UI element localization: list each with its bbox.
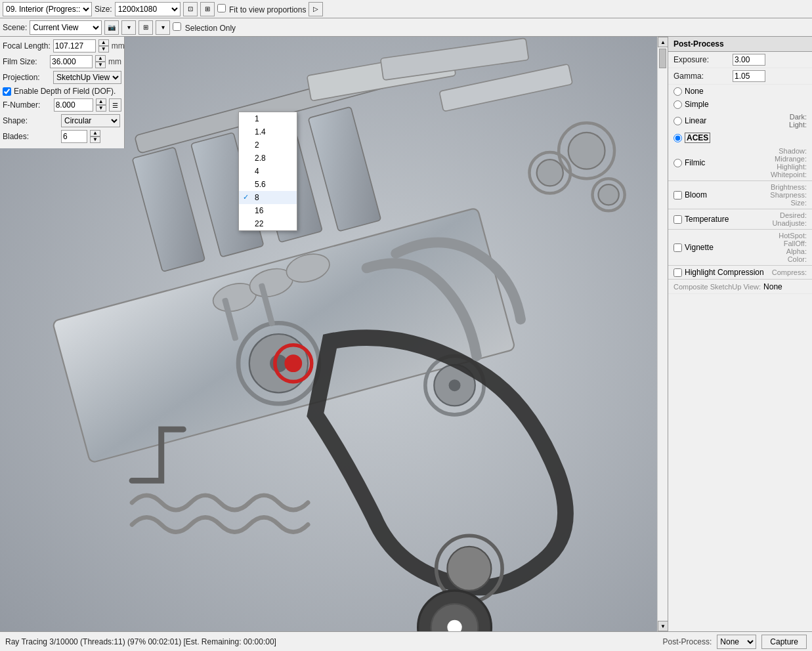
dof-label: Enable Depth of Field (DOF). bbox=[14, 87, 116, 96]
fnumber-option-16[interactable]: 16 bbox=[239, 204, 297, 217]
fnumber-down[interactable]: ▼ bbox=[96, 105, 106, 112]
view-dropdown[interactable]: ▾ bbox=[156, 20, 170, 35]
color-label: Color: bbox=[788, 255, 807, 263]
highlight-compression-label: Highlight Compression bbox=[685, 268, 764, 277]
viewport-scrollbar[interactable]: ▲ ▼ bbox=[657, 37, 668, 631]
fnumber-up[interactable]: ▲ bbox=[96, 98, 106, 105]
bloom-label: Bloom bbox=[685, 190, 707, 200]
dark-label: Dark: bbox=[790, 113, 807, 121]
blades-up[interactable]: ▲ bbox=[90, 130, 100, 136]
temperature-row: Temperature Desired: Unadjuste: bbox=[668, 209, 812, 229]
shadow-label: Shadow: bbox=[779, 147, 807, 155]
hotspot-label: HotSpot: bbox=[779, 232, 807, 240]
scroll-down-btn[interactable]: ▼ bbox=[658, 621, 668, 631]
view-icon[interactable]: ⊞ bbox=[139, 20, 153, 35]
tone-aces-radio[interactable] bbox=[673, 134, 682, 142]
alpha-label: Alpha: bbox=[786, 247, 807, 255]
film-size-spinner[interactable]: ▲ ▼ bbox=[95, 55, 106, 68]
fit-to-view-checkbox-label: Fit to view proportions bbox=[217, 4, 307, 14]
scroll-thumb[interactable] bbox=[659, 49, 666, 68]
vignette-checkbox[interactable] bbox=[673, 243, 682, 252]
whitepoint-label: Whitepoint: bbox=[771, 171, 807, 178]
scene-dropdown[interactable]: 09. Interior (Progres:: bbox=[3, 2, 92, 16]
scene-view-dropdown[interactable]: Current View bbox=[30, 20, 102, 35]
midrange-label: Midrange: bbox=[775, 155, 807, 163]
dof-row: Enable Depth of Field (DOF). bbox=[3, 87, 121, 96]
highlight-compression-checkbox[interactable] bbox=[673, 268, 682, 277]
fit-to-view-label: Fit to view proportions bbox=[229, 5, 306, 14]
exposure-input[interactable] bbox=[733, 54, 765, 66]
projection-label: Projection: bbox=[3, 73, 51, 82]
zoom-icon[interactable]: ⊞ bbox=[200, 2, 215, 16]
tone-none-radio[interactable] bbox=[673, 87, 682, 96]
gamma-input[interactable] bbox=[733, 70, 765, 82]
svg-point-16 bbox=[284, 354, 302, 372]
temperature-section: Temperature Desired: Unadjuste: bbox=[668, 209, 812, 230]
bloom-checkbox[interactable] bbox=[673, 191, 682, 200]
size-label: Size: bbox=[95, 5, 112, 14]
gamma-label: Gamma: bbox=[673, 72, 733, 81]
camera-settings-dropdown[interactable]: ▾ bbox=[121, 20, 136, 35]
fnumber-option-1[interactable]: 1 bbox=[239, 112, 297, 125]
film-size-input[interactable] bbox=[50, 55, 93, 68]
camera-icon[interactable]: 📷 bbox=[104, 20, 119, 35]
fnumber-label: F-Number: bbox=[3, 100, 51, 110]
blades-row: Blades: ▲ ▼ bbox=[3, 130, 121, 143]
temperature-checkbox[interactable] bbox=[673, 215, 682, 224]
svg-point-12 bbox=[449, 379, 461, 391]
fnumber-option-22[interactable]: 22 bbox=[239, 217, 297, 230]
fnumber-input[interactable] bbox=[54, 98, 93, 112]
focal-length-input[interactable] bbox=[53, 39, 96, 52]
shape-dropdown[interactable]: Circular Square Hexagonal bbox=[61, 114, 120, 127]
bloom-sharpness-label: Sharpness: bbox=[770, 191, 807, 199]
focal-length-row: Focal Length: ▲ ▼ mm bbox=[3, 39, 121, 52]
camera-panel: Focal Length: ▲ ▼ mm Film Size: ▲ ▼ mm P… bbox=[0, 37, 125, 148]
tone-filmic-radio[interactable] bbox=[673, 159, 682, 167]
film-size-unit: mm bbox=[108, 57, 121, 66]
compress-label: Compress: bbox=[772, 268, 807, 276]
fnumber-option-4[interactable]: 4 bbox=[239, 165, 297, 178]
capture-button[interactable]: Capture bbox=[761, 635, 807, 649]
tone-mapping-section: None Simple Linear Dark: Light: ACES Fil… bbox=[668, 85, 812, 181]
post-process-select[interactable]: None bbox=[717, 635, 756, 649]
fnumber-option-2[interactable]: 2 bbox=[239, 138, 297, 152]
fnumber-option-5.6[interactable]: 5.6 bbox=[239, 178, 297, 191]
fnumber-list-btn[interactable]: ☰ bbox=[109, 98, 121, 112]
tone-none-label: None bbox=[685, 87, 704, 96]
tone-linear-label: Linear bbox=[685, 116, 706, 125]
tone-simple-radio[interactable] bbox=[673, 100, 682, 109]
blades-input[interactable] bbox=[61, 130, 87, 143]
selection-only-checkbox[interactable] bbox=[173, 22, 181, 31]
fit-icon[interactable]: ⊡ bbox=[183, 2, 198, 16]
svg-point-18 bbox=[568, 133, 605, 169]
tone-linear-row: Linear Dark: Light: bbox=[668, 111, 812, 131]
size-dropdown[interactable]: 1200x1080 bbox=[115, 2, 181, 16]
blades-down[interactable]: ▼ bbox=[90, 136, 100, 143]
render-icon[interactable]: ▷ bbox=[309, 2, 323, 16]
film-size-down[interactable]: ▼ bbox=[95, 62, 106, 68]
bloom-section: Bloom Brightness: Sharpness: Size: bbox=[668, 181, 812, 209]
svg-point-20 bbox=[537, 159, 563, 186]
focal-length-spinner[interactable]: ▲ ▼ bbox=[98, 39, 109, 52]
blades-label: Blades: bbox=[3, 132, 58, 141]
scroll-up-btn[interactable]: ▲ bbox=[658, 37, 668, 47]
composite-value: None bbox=[763, 282, 782, 291]
highlight-label: Highlight: bbox=[777, 163, 807, 171]
fit-to-view-checkbox[interactable] bbox=[217, 4, 226, 12]
bloom-row: Bloom Brightness: Sharpness: Size: bbox=[668, 181, 812, 209]
film-size-up[interactable]: ▲ bbox=[95, 55, 106, 62]
fnumber-option-1.4[interactable]: 1.4 bbox=[239, 125, 297, 138]
fnumber-option-2.8[interactable]: 2.8 bbox=[239, 152, 297, 165]
projection-dropdown[interactable]: SketchUp View Perspective Orthographic bbox=[53, 71, 121, 84]
composite-row: Composite SketchUp View: None bbox=[668, 280, 812, 294]
blades-spinner[interactable]: ▲ ▼ bbox=[90, 130, 100, 143]
focal-length-up[interactable]: ▲ bbox=[98, 39, 109, 46]
focal-length-down[interactable]: ▼ bbox=[98, 46, 109, 52]
fnumber-option-8[interactable]: 8 bbox=[239, 191, 297, 204]
post-process-panel: Post-Process Exposure: Gamma: None Simpl… bbox=[668, 37, 812, 631]
fnumber-spinner[interactable]: ▲ ▼ bbox=[96, 98, 106, 112]
selection-only-label: Selection Only bbox=[185, 24, 236, 33]
tone-linear-radio[interactable] bbox=[673, 117, 682, 125]
toolbar-row2: Scene: Current View 📷 ▾ ⊞ ▾ Selection On… bbox=[0, 18, 812, 37]
dof-checkbox[interactable] bbox=[3, 87, 11, 96]
